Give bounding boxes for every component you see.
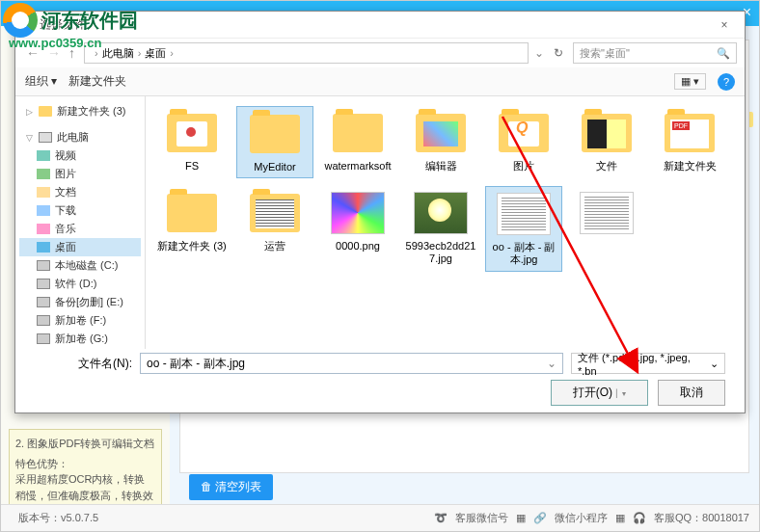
headset-icon[interactable]: 🎧 [633, 512, 646, 524]
organize-button[interactable]: 组织 ▾ [25, 73, 57, 90]
file-item[interactable]: oo - 副本 - 副本.jpg [485, 186, 562, 271]
cancel-button[interactable]: 取消 [658, 380, 725, 406]
tree-item[interactable]: 图片 [19, 165, 141, 183]
new-folder-button[interactable]: 新建文件夹 [68, 73, 126, 90]
file-item[interactable]: 0000.png [319, 186, 396, 271]
file-label: 0000.png [336, 240, 380, 253]
folder-icon [582, 114, 632, 152]
image-thumbnail [414, 192, 468, 234]
folder-tree[interactable]: ▷新建文件夹 (3)▽此电脑视频图片文档下载音乐桌面本地磁盘 (C:)软件 (D… [15, 96, 146, 349]
help-icon[interactable]: ? [718, 73, 735, 91]
tree-item-label: 备份[勿删] (E:) [55, 295, 123, 309]
refresh-icon[interactable]: ↻ [550, 46, 567, 60]
footer-badge1: ▦ [516, 512, 526, 524]
filename-label: 文件名(N): [78, 356, 132, 372]
folder-icon [167, 114, 217, 152]
folder-item[interactable]: 新建文件夹 [651, 106, 728, 178]
folder-item[interactable]: 运营 [236, 186, 313, 271]
tree-item[interactable]: 下载 [19, 201, 141, 220]
dialog-close-icon[interactable]: × [710, 14, 739, 36]
tree-item-icon [37, 297, 50, 307]
footer-qq[interactable]: 客服QQ：80018017 [654, 511, 749, 525]
open-dropdown-icon[interactable]: ▏▾ [616, 389, 626, 398]
tree-item-label: 本地磁盘 (C:) [55, 258, 118, 273]
breadcrumb-sep-icon: › [95, 47, 98, 59]
file-open-dialog: 选择文件 × ← → ↑ ›此电脑›桌面› ⌄ ↻ 搜索"桌面" 🔍 组织 ▾ … [14, 11, 746, 413]
filename-input[interactable]: oo - 副本 - 副本.jpg ⌄ [140, 353, 563, 374]
tree-item[interactable]: 新加卷 (G:) [19, 330, 141, 348]
file-grid[interactable]: FSMyEditorwatermarksoft编辑器Q图片文件新建文件夹新建文件… [146, 96, 745, 349]
file-item[interactable]: 5993ecb2dd217.jpg [402, 186, 479, 271]
breadcrumb-sep-icon: › [170, 47, 174, 59]
clear-list-button[interactable]: 清空列表 [189, 474, 273, 500]
dialog-title: 选择文件 [40, 16, 710, 33]
folder-item[interactable]: watermarksoft [319, 106, 396, 178]
chevron-down-icon[interactable]: ⌄ [547, 357, 556, 370]
file-item[interactable] [568, 186, 645, 271]
file-label: 新建文件夹 [664, 160, 717, 173]
tree-item[interactable]: 桌面 [19, 238, 141, 256]
open-button[interactable]: 打开(O)▏▾ [551, 380, 648, 406]
tree-item[interactable]: 视频 [19, 146, 141, 165]
folder-icon [250, 194, 300, 232]
tree-item-icon [39, 106, 52, 117]
tree-item-label: 视频 [55, 148, 76, 163]
search-placeholder: 搜索"桌面" [580, 46, 630, 61]
folder-icon [416, 114, 466, 152]
breadcrumb-segment[interactable]: 桌面 [145, 46, 166, 61]
footer-badge2: ▦ [615, 512, 625, 524]
tree-item[interactable]: ▷新建文件夹 (3) [19, 102, 141, 120]
footer-wechat[interactable]: 客服微信号 [455, 511, 508, 525]
version-label: 版本号：v5.0.7.5 [18, 511, 98, 525]
forward-icon[interactable]: → [44, 45, 64, 61]
link-icon[interactable]: 🔗 [533, 512, 547, 524]
dialog-titlebar: 选择文件 × [15, 12, 745, 39]
tree-item-icon [37, 279, 50, 289]
image-thumbnail [580, 192, 634, 234]
tree-item-icon [37, 224, 50, 234]
app-icon [21, 18, 35, 32]
tree-item-label: 新加卷 (G:) [55, 332, 108, 346]
image-thumbnail [497, 193, 551, 235]
tree-item-icon [37, 187, 50, 198]
breadcrumb-dropdown-icon[interactable]: ⌄ [534, 46, 544, 60]
tree-item-icon [37, 260, 50, 271]
tree-item[interactable]: ▽此电脑 [19, 128, 141, 146]
tree-item[interactable]: 新加卷 (F:) [19, 311, 141, 330]
folder-item[interactable]: 新建文件夹 (3) [153, 186, 231, 271]
host-footer: 版本号：v5.0.7.5 ➰ 客服微信号 ▦ 🔗 微信小程序 ▦ 🎧 客服QQ：… [1, 504, 759, 531]
folder-item[interactable]: 编辑器 [402, 106, 479, 178]
tree-item-icon [37, 205, 50, 216]
filename-row: 文件名(N): oo - 副本 - 副本.jpg ⌄ 文件 (*.pdf, *.… [15, 349, 745, 378]
file-label: 运营 [264, 240, 285, 253]
view-icons-icon: ▦ [681, 75, 691, 88]
address-bar: ← → ↑ ›此电脑›桌面› ⌄ ↻ 搜索"桌面" 🔍 [15, 39, 745, 67]
folder-icon [333, 114, 383, 152]
folder-item[interactable]: Q图片 [485, 106, 562, 178]
breadcrumb-segment[interactable]: 此电脑 [102, 46, 134, 61]
tree-item[interactable]: 音乐 [19, 220, 141, 238]
file-label: 编辑器 [425, 160, 457, 173]
folder-item[interactable]: 文件 [568, 106, 645, 178]
tree-item[interactable]: 本地磁盘 (C:) [19, 256, 141, 275]
chevron-down-icon: ▾ [693, 75, 699, 88]
file-type-filter[interactable]: 文件 (*.pdf, *.jpg, *.jpeg, *.bn ⌄ [571, 353, 725, 374]
caret-icon[interactable]: ▷ [25, 107, 34, 117]
up-icon[interactable]: ↑ [66, 45, 78, 61]
tree-item[interactable]: 软件 (D:) [19, 275, 141, 293]
back-icon[interactable]: ← [23, 45, 42, 61]
caret-icon[interactable]: ▽ [25, 133, 34, 143]
footer-miniprogram[interactable]: 微信小程序 [555, 511, 608, 525]
breadcrumb[interactable]: ›此电脑›桌面› [84, 42, 529, 64]
wechat-icon[interactable]: ➰ [434, 512, 448, 524]
folder-item[interactable]: MyEditor [236, 106, 313, 178]
breadcrumb-sep-icon: › [138, 47, 142, 59]
tree-item[interactable]: 文档 [19, 183, 141, 201]
tree-item-label: 新加卷 (F:) [55, 313, 106, 328]
file-label: 图片 [513, 160, 534, 173]
tree-item[interactable]: 备份[勿删] (E:) [19, 293, 141, 311]
view-mode-button[interactable]: ▦ ▾ [674, 73, 706, 90]
search-icon[interactable]: 🔍 [717, 47, 730, 60]
search-input[interactable]: 搜索"桌面" 🔍 [573, 42, 737, 64]
folder-item[interactable]: FS [153, 106, 231, 178]
